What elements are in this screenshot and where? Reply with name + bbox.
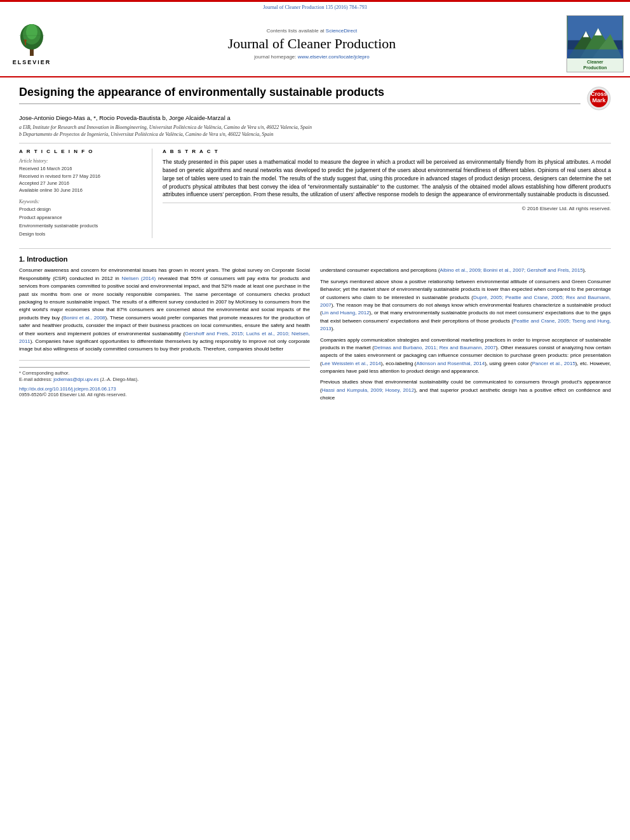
journal-full-title: Journal of Cleaner Production <box>62 36 561 52</box>
ref-hassi-2009: Hassi and Kumpula, 2009; Hosey, 2012 <box>322 387 415 393</box>
article-info-label: A R T I C L E I N F O <box>19 149 144 154</box>
introduction-section: 1. Introduction Consumer awareness and c… <box>19 248 611 405</box>
keywords-block: Keywords: Product design Product appeara… <box>19 199 144 238</box>
footnotes-area: * Corresponding author. E-mail address: … <box>19 360 310 397</box>
ref-atkinson-2014: Atkinson and Rosenthal, 2014 <box>417 361 485 366</box>
section-number: 1. <box>19 255 25 263</box>
email-link[interactable]: jodiemas@dpi.upv.es <box>53 377 98 382</box>
revised-date: Received in revised form 27 May 2016 <box>19 173 144 180</box>
article-info-abstract-section: A R T I C L E I N F O Article history: R… <box>19 149 611 238</box>
elsevier-tree-icon <box>13 23 51 58</box>
section-title-text: Introduction <box>27 255 67 263</box>
intro-para-r1: understand consumer expectations and per… <box>320 267 611 274</box>
crossmark-badge: Cross Mark <box>587 86 611 112</box>
ref-bonini-2008: Bonini et al., 2008 <box>64 315 105 321</box>
ref-nielsen-2014: Nielsen (2014) <box>122 276 156 281</box>
email-label: E-mail address: <box>19 377 52 382</box>
keyword-1: Product design <box>19 206 144 214</box>
footnote-divider <box>19 367 310 368</box>
copyright-line: © 2016 Elsevier Ltd. All rights reserved… <box>163 203 611 211</box>
contents-label: Contents lists available at <box>267 28 325 34</box>
corresponding-author-label: * Corresponding author. <box>19 370 310 377</box>
affiliation-1: a I3B, Institute for Research and Innova… <box>19 124 611 131</box>
ref-delmas-2011: Delmas and Burbano, 2011; Rex and Bauman… <box>374 345 496 350</box>
affiliation-2: b Departamento de Proyectos de Ingenierí… <box>19 131 611 138</box>
keyword-4: Design tools <box>19 230 144 239</box>
homepage-label: journal homepage: <box>254 54 296 60</box>
svg-text:Cross: Cross <box>591 91 607 97</box>
cleaner-production-badge: Cleaner Production <box>566 15 624 72</box>
authors-line: Jose-Antonio Diego-Mas a, *, Rocio Poved… <box>19 114 611 121</box>
intro-para-1: Consumer awareness and concern for envir… <box>19 267 310 353</box>
ref-dupre-2005: Dupré, 2005; Peattie and Crane, 2005; Re… <box>320 295 611 308</box>
homepage-line: journal homepage: www.elsevier.com/locat… <box>62 54 561 60</box>
abstract-column: A B S T R A C T The study presented in t… <box>163 149 611 238</box>
history-label: Article history: <box>19 158 144 164</box>
ref-pancer-2015: Pancer et al., 2015 <box>532 361 575 366</box>
svg-text:Mark: Mark <box>592 97 606 103</box>
article-title: Designing the appearance of environmenta… <box>19 85 580 104</box>
keyword-3: Environmentally sustainable products <box>19 222 144 230</box>
email-suffix: (J.-A. Diego-Mas). <box>100 377 139 382</box>
badge-image <box>566 16 624 58</box>
history-block: Article history: Received 16 March 2016 … <box>19 158 144 194</box>
ref-weisstein-2014: Lee Weisstein et al., 2014 <box>322 361 381 366</box>
authors-text: Jose-Antonio Diego-Mas a, *, Rocio Poved… <box>19 114 231 121</box>
crossmark-icon: Cross Mark <box>587 86 611 110</box>
svg-rect-14 <box>568 50 622 58</box>
affiliations: a I3B, Institute for Research and Innova… <box>19 124 611 143</box>
intro-para-r2: The surveys mentioned above show a posit… <box>320 278 611 333</box>
email-footnote: E-mail address: jodiemas@dpi.upv.es (J.-… <box>19 377 310 383</box>
intro-section-title: 1. Introduction <box>19 255 611 263</box>
header-center: Contents lists available at ScienceDirec… <box>62 28 561 60</box>
journal-citation: Journal of Cleaner Production 135 (2016)… <box>0 4 630 10</box>
ref-albino-2009: Albino et al., 2009; Bonini et al., 2007… <box>440 267 583 273</box>
elsevier-logo: ELSEVIER <box>6 23 57 65</box>
header-inner: ELSEVIER Contents lists available at Sci… <box>0 11 630 76</box>
keyword-2: Product appearance <box>19 214 144 222</box>
intro-body-columns: Consumer awareness and concern for envir… <box>19 267 611 405</box>
ref-lin-huang-2012: Lin and Huang, 2012 <box>322 310 370 316</box>
svg-point-4 <box>24 39 27 42</box>
svg-rect-5 <box>25 42 26 45</box>
ref-peattie-crane-2005: Peattie and Crane, 2005; Tseng and Hung,… <box>320 318 611 331</box>
homepage-url[interactable]: www.elsevier.com/locate/jclepro <box>298 54 370 60</box>
intro-para-r3: Companies apply communication strategies… <box>320 337 611 376</box>
keywords-label: Keywords: <box>19 199 144 204</box>
badge-label: Cleaner Production <box>567 58 623 72</box>
intro-col-right: understand consumer expectations and per… <box>320 267 611 405</box>
abstract-label: A B S T R A C T <box>163 149 611 154</box>
issn-line: 0959-6526/© 2016 Elsevier Ltd. All right… <box>19 392 310 397</box>
accepted-date: Accepted 27 June 2016 <box>19 180 144 187</box>
available-date: Available online 30 June 2016 <box>19 187 144 194</box>
sciencedirect-link[interactable]: ScienceDirect <box>326 28 357 34</box>
received-date: Received 16 March 2016 <box>19 165 144 172</box>
abstract-text: The study presented in this paper uses a… <box>163 158 611 199</box>
ref-gershoff-2015: Gershoff and Frels, 2015; Luchs et al., … <box>19 331 310 344</box>
contents-available-line: Contents lists available at ScienceDirec… <box>62 28 561 34</box>
svg-point-3 <box>26 24 37 39</box>
journal-header: Journal of Cleaner Production 135 (2016)… <box>0 2 630 77</box>
badge-line2: Production <box>568 65 622 70</box>
badge-line1: Cleaner <box>568 60 622 65</box>
elsevier-brand-text: ELSEVIER <box>13 59 51 65</box>
intro-para-r4: Previous studies show that environmental… <box>320 378 611 402</box>
intro-col-left: Consumer awareness and concern for envir… <box>19 267 310 405</box>
article-area: Designing the appearance of environmenta… <box>0 77 630 413</box>
article-info-column: A R T I C L E I N F O Article history: R… <box>19 149 152 238</box>
doi-line[interactable]: http://dx.doi.org/10.1016/j.jclepro.2016… <box>19 386 310 392</box>
